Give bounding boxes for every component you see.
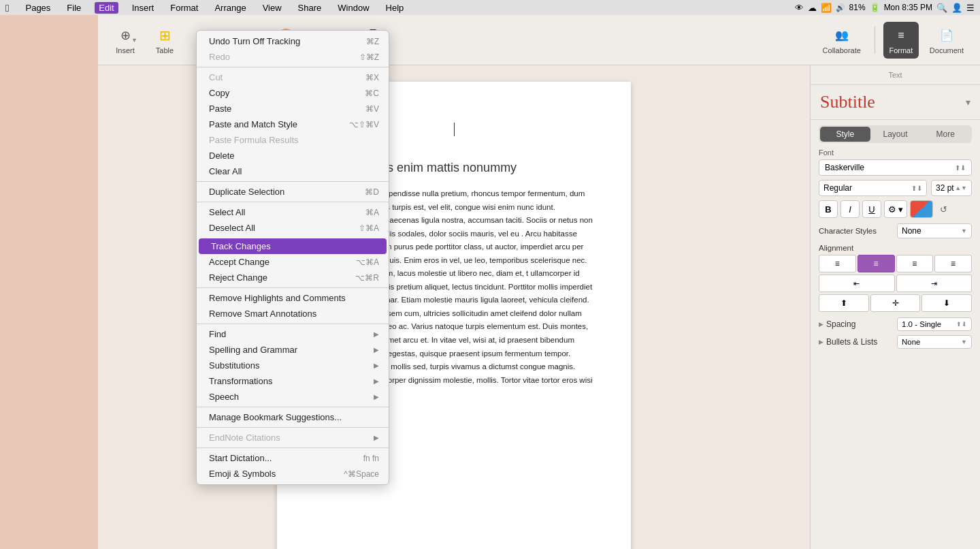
menubar-view[interactable]: View [260, 3, 284, 13]
valign-top-button[interactable]: ⬆ [819, 294, 869, 312]
menu-item-redo: Redo⇧⌘Z [197, 49, 389, 65]
menu-item-duplicate-selection[interactable]: Duplicate Selection⌘D [197, 184, 389, 200]
menu-item-label: Speech [209, 392, 374, 402]
menu-separator [197, 324, 389, 324]
volume-icon[interactable]: 🔊 [836, 3, 845, 12]
siri-icon[interactable]: 👁 [795, 3, 804, 13]
menu-item-select-all[interactable]: Select All⌘A [197, 204, 389, 220]
panel-tabs: Style Layout More [819, 125, 972, 143]
underline-button[interactable]: U [862, 200, 881, 218]
text-color-swatch[interactable] [910, 200, 933, 218]
menu-item-label: Paste [209, 104, 365, 114]
font-style-value: Regular [823, 183, 852, 193]
font-name-value: Baskerville [825, 163, 864, 172]
menu-item-copy[interactable]: Copy⌘C [197, 85, 389, 101]
right-panel: Text Subtitle ▾ Style Layout More Font B… [810, 65, 980, 549]
menu-item-substitutions[interactable]: Substitutions▶ [197, 358, 389, 373]
indent-increase-button[interactable]: ⇥ [896, 274, 973, 292]
toolbar-format-button[interactable]: ≡ Format [883, 22, 919, 59]
menubar-window[interactable]: Window [335, 3, 372, 13]
color-refresh-button[interactable]: ↺ [936, 200, 951, 218]
menu-item-paste[interactable]: Paste⌘V [197, 101, 389, 116]
menu-item-spelling-and-grammar[interactable]: Spelling and Grammar▶ [197, 342, 389, 358]
edit-dropdown-menu: Undo Turn Off Tracking⌘ZRedo⇧⌘ZCut⌘XCopy… [196, 30, 389, 485]
menu-item-shortcut: fn fn [363, 454, 379, 463]
menubar-edit[interactable]: Edit [95, 2, 118, 14]
menu-item-remove-highlights-and-comments[interactable]: Remove Highlights and Comments [197, 290, 389, 306]
valign-row: ⬆ ✛ ⬇ [819, 294, 972, 312]
toolbar-document-button[interactable]: 📄 Document [924, 22, 969, 59]
menu-item-delete[interactable]: Delete [197, 148, 389, 163]
system-bar: 👁 ☁ 📶 🔊 81% 🔋 Mon 8:35 PM 🔍 👤 ☰ [795, 0, 980, 15]
align-left-button[interactable]: ≡ [819, 255, 856, 272]
menu-item-shortcut: ⌘A [365, 208, 379, 217]
menu-item-manage-bookmark-suggestions-[interactable]: Manage Bookmark Suggestions... [197, 409, 389, 425]
table-icon: ⊞ [155, 26, 174, 45]
menubar-file[interactable]: File [64, 3, 84, 13]
menu-item-transformations[interactable]: Transformations▶ [197, 373, 389, 389]
bold-button[interactable]: B [819, 200, 838, 218]
spacing-select[interactable]: 1.0 - Single ⬆⬇ [897, 317, 972, 331]
menu-item-clear-all[interactable]: Clear All [197, 163, 389, 179]
bullets-select[interactable]: None ▼ [897, 335, 972, 349]
control-center-icon[interactable]: ☰ [966, 3, 975, 13]
tab-style[interactable]: Style [820, 127, 870, 142]
menu-item-speech[interactable]: Speech▶ [197, 389, 389, 405]
menubar-share[interactable]: Share [295, 3, 325, 13]
document-icon: 📄 [937, 26, 956, 45]
italic-button[interactable]: I [840, 200, 860, 218]
menu-item-emoji-symbols[interactable]: Emoji & Symbols^⌘Space [197, 466, 389, 482]
font-style-row: Regular ⬆⬇ 32 pt ▲▼ [819, 180, 972, 196]
menu-item-remove-smart-annotations[interactable]: Remove Smart Annotations [197, 306, 389, 321]
menu-item-label: Manage Bookmark Suggestions... [209, 412, 379, 422]
menubar-pages[interactable]: Pages [22, 3, 53, 13]
align-justify-button[interactable]: ≡ [934, 255, 972, 272]
spotlight-icon[interactable]: 🔍 [936, 3, 947, 13]
tab-layout[interactable]: Layout [870, 127, 921, 142]
menu-item-shortcut: ⌘C [365, 89, 379, 98]
chevron-down-icon[interactable]: ▾ [966, 97, 970, 108]
text-options-button[interactable]: ⚙ ▾ [884, 200, 907, 218]
toolbar-insert-button[interactable]: ⊕ ▼ Insert [109, 23, 142, 57]
menu-item-label: Copy [209, 88, 365, 98]
valign-middle-button[interactable]: ✛ [870, 294, 921, 312]
spacing-arrow: ⬆⬇ [956, 321, 967, 328]
indent-decrease-button[interactable]: ⇤ [819, 274, 895, 292]
menu-separator [197, 181, 389, 182]
font-style-select[interactable]: Regular ⬆⬇ [819, 180, 927, 196]
menu-item-shortcut: ⌥⇧⌘V [349, 120, 379, 129]
menu-item-deselect-all[interactable]: Deselect All⇧⌘A [197, 220, 389, 236]
menubar-insert[interactable]: Insert [129, 3, 157, 13]
menubar-format[interactable]: Format [167, 3, 201, 13]
menu-item-track-changes[interactable]: Track Changes [199, 238, 387, 254]
apple-menu[interactable]:  [5, 2, 9, 14]
menu-item-find[interactable]: Find▶ [197, 326, 389, 342]
menu-item-start-dictation-[interactable]: Start Dictation...fn fn [197, 450, 389, 466]
collaborate-icon: 👥 [832, 26, 851, 45]
char-styles-select[interactable]: None ▼ [897, 223, 972, 238]
menu-item-label: Delete [209, 151, 379, 161]
menu-item-paste-and-match-style[interactable]: Paste and Match Style⌥⇧⌘V [197, 116, 389, 132]
menubar-arrange[interactable]: Arrange [212, 3, 248, 13]
menu-item-reject-change[interactable]: Reject Change⌥⌘R [197, 270, 389, 285]
style-name-display[interactable]: Subtitle ▾ [811, 85, 980, 120]
subtitle-style-text: Subtitle [820, 92, 875, 112]
align-right-button[interactable]: ≡ [896, 255, 934, 272]
font-size-select[interactable]: 32 pt ▲▼ [931, 180, 972, 196]
tab-more[interactable]: More [920, 127, 970, 142]
toolbar-table-button[interactable]: ⊞ Table [147, 22, 182, 59]
toolbar-collaborate-button[interactable]: 👥 Collaborate [817, 22, 866, 59]
menu-item-shortcut: ⌘V [365, 104, 379, 114]
font-name-select[interactable]: Baskerville ⬆⬇ [819, 159, 972, 176]
cloud-icon[interactable]: ☁ [808, 3, 817, 13]
menu-item-accept-change[interactable]: Accept Change⌥⌘A [197, 254, 389, 270]
menu-separator [197, 202, 389, 202]
valign-bottom-button[interactable]: ⬇ [921, 294, 972, 312]
bullets-toggle[interactable]: ▶ Bullets & Lists [819, 337, 877, 347]
user-icon[interactable]: 👤 [951, 3, 962, 13]
align-center-button[interactable]: ≡ [858, 255, 895, 272]
menu-item-undo-turn-off-tracking[interactable]: Undo Turn Off Tracking⌘Z [197, 33, 389, 49]
wifi-icon[interactable]: 📶 [821, 3, 832, 13]
spacing-toggle[interactable]: ▶ Spacing [819, 319, 855, 329]
menubar-help[interactable]: Help [383, 3, 407, 13]
